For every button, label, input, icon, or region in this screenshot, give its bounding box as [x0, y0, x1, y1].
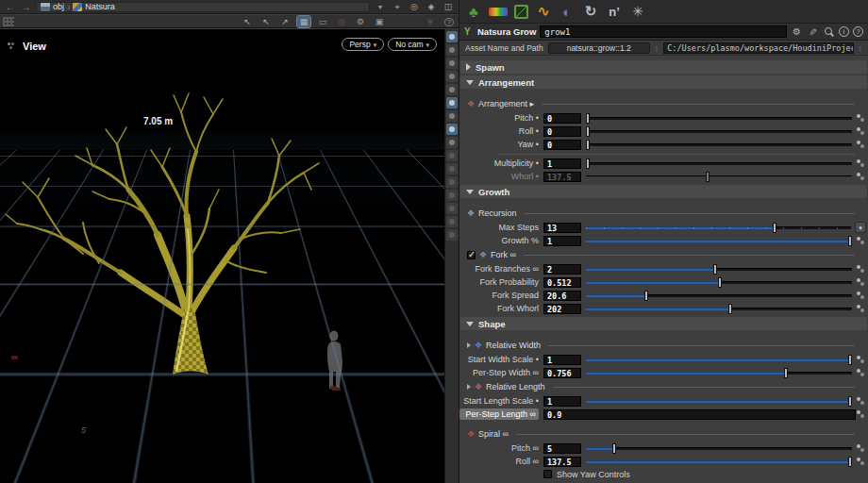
param-slider[interactable] [586, 113, 852, 124]
display-sphere-icon[interactable] [446, 124, 458, 135]
channel-dots-icon[interactable] [856, 409, 866, 420]
param-field[interactable]: 0 [543, 126, 581, 137]
breadcrumb-obj[interactable]: obj [41, 2, 64, 11]
param-slider[interactable] [586, 396, 852, 407]
point-icon[interactable] [446, 216, 458, 227]
param-slider[interactable] [586, 158, 852, 169]
param-field[interactable]: 202 [543, 304, 581, 314]
stamp-icon[interactable] [446, 190, 458, 201]
render-region-icon[interactable] [373, 16, 386, 27]
breadcrumb-natsura[interactable]: Natsura [73, 2, 115, 11]
slider-range-menu-icon[interactable] [855, 222, 866, 233]
param-field[interactable]: 0.512 [543, 277, 581, 288]
param-field[interactable]: 13 [543, 223, 581, 233]
wire-cube-icon[interactable] [514, 5, 528, 19]
lamp-icon[interactable] [446, 71, 458, 82]
handle-tool-icon[interactable] [297, 16, 310, 27]
slider-handle[interactable] [706, 172, 709, 182]
param-slider[interactable] [586, 291, 852, 301]
param-field[interactable]: 137.5 [543, 172, 581, 182]
nav-back-icon[interactable] [4, 2, 16, 12]
curve-worm-icon[interactable] [535, 3, 552, 20]
path-spinner-icon[interactable] [859, 42, 863, 53]
param-field[interactable]: 137.5 [543, 457, 581, 467]
param-label[interactable]: Fork Whorl [459, 304, 539, 313]
sync-icon[interactable] [408, 1, 421, 12]
channel-dots-icon[interactable] [856, 126, 866, 137]
param-field[interactable]: 1 [543, 355, 581, 365]
slider-handle[interactable] [848, 236, 852, 246]
brush-icon[interactable] [446, 150, 458, 161]
param-slider[interactable] [586, 457, 852, 467]
gear-flower-icon[interactable] [629, 3, 646, 20]
asset-version-select[interactable]: natsura::grow::1.2 [548, 42, 650, 54]
node-name-input[interactable] [540, 25, 787, 38]
slider-handle[interactable] [644, 291, 648, 301]
param-label[interactable]: Start Length Scale • [459, 396, 539, 406]
param-label[interactable]: Per-Step Width ∞ [459, 368, 539, 377]
param-label[interactable]: Roll ∞ [459, 457, 539, 466]
move-tool-icon[interactable] [278, 16, 292, 27]
channel-dots-icon[interactable] [856, 457, 866, 467]
highlight-lamp-icon[interactable] [446, 97, 458, 108]
param-slider[interactable] [586, 172, 852, 182]
param-slider[interactable] [586, 126, 852, 137]
toolbar-grip-icon[interactable] [3, 17, 14, 26]
channel-dots-icon[interactable] [856, 443, 866, 454]
param-slider[interactable] [586, 355, 852, 365]
group-label[interactable]: Fork ∞ [491, 250, 516, 259]
param-label[interactable]: Whorl • [459, 172, 539, 181]
n-tick-icon[interactable] [606, 3, 623, 20]
group-label[interactable]: Relative Length [486, 382, 545, 391]
brush-icon[interactable] [807, 26, 819, 38]
channel-dots-icon[interactable] [856, 396, 866, 407]
group-label[interactable]: Arrangement ▸ [478, 99, 534, 108]
hierarchy-icon[interactable] [424, 16, 437, 27]
pin-icon[interactable] [391, 1, 404, 12]
param-slider[interactable] [586, 140, 852, 150]
channel-dots-icon[interactable] [856, 277, 866, 288]
param-label[interactable]: Roll • [459, 126, 539, 136]
param-field[interactable]: 0 [543, 113, 581, 124]
param-slider[interactable] [586, 304, 852, 314]
param-label[interactable]: Fork Spread [459, 291, 539, 300]
pen-icon[interactable] [446, 163, 458, 175]
tree-model[interactable] [0, 29, 444, 483]
slider-handle[interactable] [586, 126, 590, 137]
select-visible-icon[interactable] [446, 137, 458, 148]
section-header-growth[interactable]: Growth [460, 185, 867, 198]
channel-dots-icon[interactable] [856, 355, 866, 365]
info-icon[interactable]: i [839, 26, 849, 37]
slider-handle[interactable] [586, 113, 590, 124]
param-field[interactable]: 0.9 [543, 409, 856, 420]
checkbox-label[interactable]: Show Yaw Controls [557, 470, 630, 479]
slider-handle[interactable] [718, 277, 722, 288]
lock-icon[interactable] [446, 58, 458, 69]
param-label[interactable]: Fork Branches ∞ [459, 264, 539, 274]
breadcrumb[interactable]: obj Natsura [36, 2, 370, 12]
snapshot-icon[interactable] [446, 44, 458, 56]
slider-handle[interactable] [728, 304, 732, 314]
param-field[interactable]: 1 [543, 158, 581, 169]
param-field[interactable]: 1 [543, 236, 581, 246]
group-label[interactable]: Recursion [478, 208, 517, 218]
pose-tool-icon[interactable] [354, 16, 367, 27]
param-slider[interactable] [586, 264, 852, 275]
param-label[interactable]: Start Width Scale • [459, 355, 539, 364]
help-circle-icon[interactable]: ? [853, 26, 863, 37]
recook-icon[interactable] [582, 3, 599, 20]
param-label[interactable]: Growth % [459, 236, 539, 245]
param-field[interactable]: 2 [543, 264, 581, 275]
param-slider[interactable] [586, 223, 851, 233]
pane-layout-icon[interactable] [442, 1, 455, 12]
view-menu-icon[interactable] [8, 42, 17, 50]
param-field[interactable]: 20.6 [543, 291, 581, 301]
slider-handle[interactable] [848, 457, 852, 467]
param-slider[interactable] [586, 368, 852, 378]
snap-ring-icon[interactable] [335, 16, 348, 27]
view-tool-icon[interactable] [316, 16, 329, 27]
param-field[interactable]: 0 [543, 140, 581, 150]
param-label[interactable]: Fork Probability [459, 277, 539, 287]
search-icon[interactable] [823, 26, 835, 38]
dimension-icon[interactable] [446, 176, 458, 188]
